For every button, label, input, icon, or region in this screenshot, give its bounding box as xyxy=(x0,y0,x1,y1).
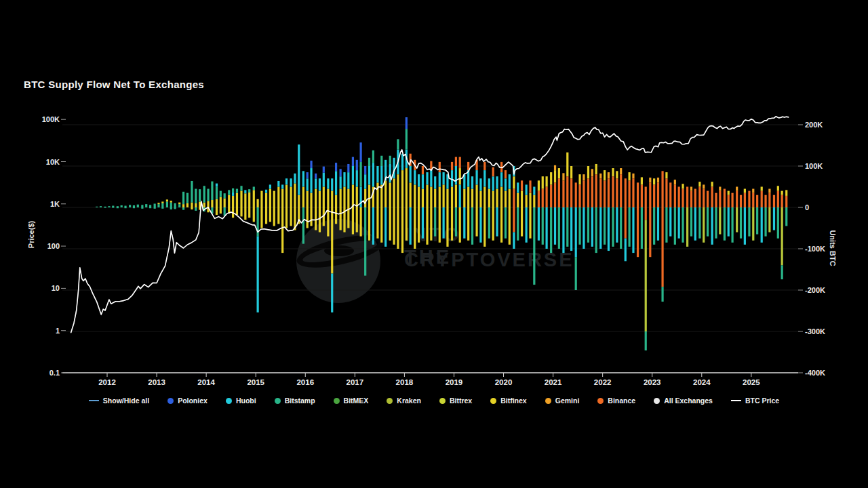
legend-item-huobi[interactable]: Huobi xyxy=(226,396,256,405)
bittrex-swatch-icon xyxy=(439,398,446,404)
right-axis-title: Units BTC xyxy=(829,230,837,266)
legend-label: Huobi xyxy=(236,396,256,405)
legend-label: BTC Price xyxy=(745,396,779,405)
legend-label: Bitstamp xyxy=(285,396,315,405)
huobi-swatch-icon xyxy=(226,398,232,404)
legend-item-bitstamp[interactable]: Bitstamp xyxy=(275,396,315,405)
legend-item-all-exchanges[interactable]: All Exchanges xyxy=(654,396,713,405)
binance-swatch-icon xyxy=(597,398,604,404)
legend-item-bittrex[interactable]: Bittrex xyxy=(439,396,472,405)
legend-item-poloniex[interactable]: Poloniex xyxy=(167,396,208,405)
show-hide-all-swatch-icon xyxy=(89,400,99,401)
kraken-swatch-icon xyxy=(387,398,393,404)
page-title: BTC Supply Flow Net To Exchanges xyxy=(24,79,204,90)
legend-label: Gemini xyxy=(555,396,580,405)
legend-item-bitfinex[interactable]: Bitfinex xyxy=(490,396,527,405)
left-axis-title: Price($) xyxy=(27,221,35,248)
chart-plot-area xyxy=(0,0,868,488)
legend-item-kraken[interactable]: Kraken xyxy=(387,396,421,405)
bitfinex-swatch-icon xyxy=(490,398,496,404)
screenshot-stage: INTO THE CRYPTOVERSE BTC Supply Flow Net… xyxy=(0,0,868,488)
legend-item-bitmex[interactable]: BitMEX xyxy=(334,396,369,405)
legend-label: Bitfinex xyxy=(500,396,527,405)
chart-legend: Show/Hide all Poloniex Huobi Bitstamp Bi… xyxy=(0,396,868,405)
legend-label: Binance xyxy=(608,396,635,405)
legend-label: BitMEX xyxy=(344,396,369,405)
legend-label: Bittrex xyxy=(450,396,472,405)
btc-price-swatch-icon xyxy=(731,400,741,401)
legend-label: Kraken xyxy=(397,396,421,405)
legend-item-btc-price[interactable]: BTC Price xyxy=(731,396,779,405)
legend-item-show-hide-all[interactable]: Show/Hide all xyxy=(89,396,149,405)
legend-label: Poloniex xyxy=(178,396,208,405)
legend-item-gemini[interactable]: Gemini xyxy=(545,396,580,405)
all-exchanges-swatch-icon xyxy=(654,398,660,404)
bitstamp-swatch-icon xyxy=(275,398,281,404)
legend-item-binance[interactable]: Binance xyxy=(597,396,635,405)
legend-label: All Exchanges xyxy=(664,396,713,405)
legend-label: Show/Hide all xyxy=(103,396,149,405)
poloniex-swatch-icon xyxy=(167,398,174,404)
bitmex-swatch-icon xyxy=(334,398,340,404)
gemini-swatch-icon xyxy=(545,398,551,404)
